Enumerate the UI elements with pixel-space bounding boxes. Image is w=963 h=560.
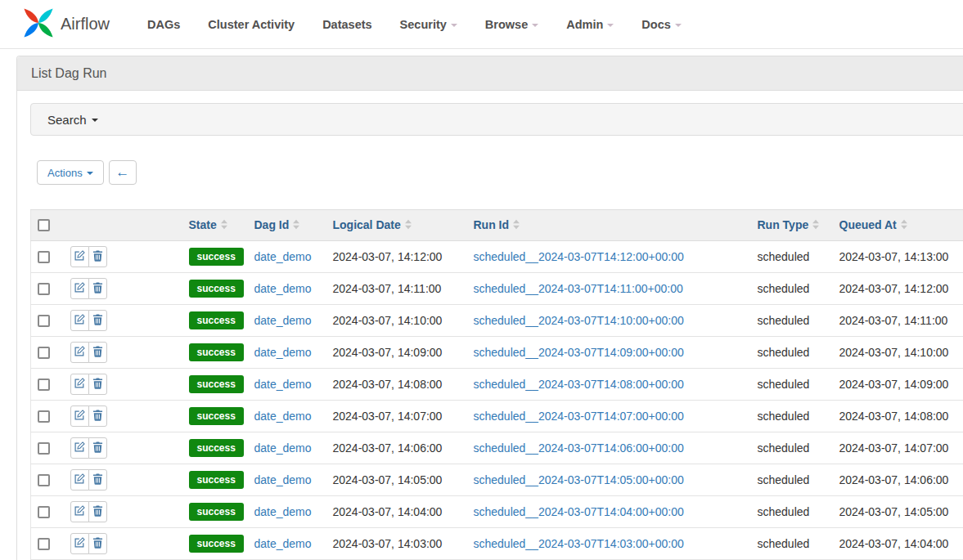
run-id-link[interactable]: scheduled__2024-03-07T14:03:00+00:00 bbox=[474, 537, 684, 550]
delete-button[interactable] bbox=[88, 501, 107, 522]
dag-id-link[interactable]: date_demo bbox=[254, 346, 312, 359]
dag-id-link[interactable]: date_demo bbox=[254, 250, 312, 263]
queued-at-value: 2024-03-07, 14:10:00 bbox=[839, 346, 949, 359]
top-navbar: Airflow DAGs Cluster Activity Datasets S… bbox=[0, 0, 963, 49]
back-button[interactable]: ← bbox=[109, 160, 137, 185]
edit-button[interactable] bbox=[70, 405, 89, 427]
row-run-type-cell: scheduled bbox=[751, 496, 833, 528]
airflow-brand[interactable]: Airflow bbox=[23, 7, 110, 42]
edit-icon bbox=[74, 378, 85, 392]
run-id-link[interactable]: scheduled__2024-03-07T14:09:00+00:00 bbox=[474, 346, 684, 359]
edit-button[interactable] bbox=[70, 246, 89, 267]
run-id-link[interactable]: scheduled__2024-03-07T14:04:00+00:00 bbox=[474, 505, 684, 518]
dag-id-link[interactable]: date_demo bbox=[254, 378, 312, 391]
run-id-link[interactable]: scheduled__2024-03-07T14:08:00+00:00 bbox=[474, 378, 684, 391]
nav-item-dags[interactable]: DAGs bbox=[147, 18, 180, 31]
col-header-run-type[interactable]: Run Type bbox=[751, 210, 833, 241]
queued-at-value: 2024-03-07, 14:06:00 bbox=[839, 473, 949, 486]
nav-item-cluster-activity[interactable]: Cluster Activity bbox=[208, 18, 295, 31]
nav-item-docs[interactable]: Docs bbox=[641, 18, 681, 31]
row-state-cell: success bbox=[182, 496, 248, 528]
edit-button[interactable] bbox=[70, 342, 89, 363]
dag-id-link[interactable]: date_demo bbox=[254, 473, 312, 486]
nav-item-datasets[interactable]: Datasets bbox=[322, 18, 371, 31]
delete-button[interactable] bbox=[88, 246, 107, 267]
row-queued-at-cell: 2024-03-07, 14:11:00 bbox=[833, 305, 963, 337]
row-checkbox[interactable] bbox=[38, 379, 50, 391]
row-run-id-cell: scheduled__2024-03-07T14:10:00+00:00 bbox=[467, 305, 751, 337]
run-id-link[interactable]: scheduled__2024-03-07T14:05:00+00:00 bbox=[474, 473, 684, 486]
row-checkbox[interactable] bbox=[38, 283, 50, 295]
row-state-cell: success bbox=[182, 241, 248, 273]
col-header-state[interactable]: State bbox=[182, 210, 248, 241]
row-checkbox[interactable] bbox=[38, 474, 50, 486]
row-run-id-cell: scheduled__2024-03-07T14:07:00+00:00 bbox=[467, 401, 751, 432]
edit-button[interactable] bbox=[70, 310, 89, 331]
edit-button[interactable] bbox=[70, 278, 89, 299]
sort-icon[interactable] bbox=[405, 219, 412, 232]
row-checkbox[interactable] bbox=[38, 506, 50, 518]
run-id-link[interactable]: scheduled__2024-03-07T14:10:00+00:00 bbox=[474, 314, 684, 327]
edit-button[interactable] bbox=[70, 374, 89, 395]
dag-id-link[interactable]: date_demo bbox=[254, 441, 312, 455]
actions-button[interactable]: Actions bbox=[37, 160, 104, 185]
sort-icon[interactable] bbox=[293, 219, 299, 232]
delete-button[interactable] bbox=[88, 533, 107, 554]
edit-button[interactable] bbox=[70, 533, 89, 554]
row-checkbox[interactable] bbox=[38, 315, 50, 327]
sort-icon[interactable] bbox=[812, 219, 819, 232]
col-header-queued-at[interactable]: Queued At bbox=[833, 210, 963, 241]
row-run-type-cell: scheduled bbox=[751, 337, 833, 369]
select-all-checkbox[interactable] bbox=[38, 219, 50, 231]
edit-button[interactable] bbox=[70, 501, 89, 522]
dag-id-link[interactable]: date_demo bbox=[254, 410, 312, 423]
dag-id-link[interactable]: date_demo bbox=[254, 537, 312, 550]
delete-button[interactable] bbox=[88, 310, 107, 331]
run-type-value: scheduled bbox=[758, 505, 810, 518]
row-checkbox[interactable] bbox=[38, 251, 50, 263]
sort-icon[interactable] bbox=[901, 219, 907, 232]
dag-id-link[interactable]: date_demo bbox=[254, 314, 312, 327]
delete-button[interactable] bbox=[88, 342, 107, 363]
run-id-link[interactable]: scheduled__2024-03-07T14:12:00+00:00 bbox=[474, 250, 684, 263]
row-state-cell: success bbox=[182, 401, 248, 432]
logical-date-value: 2024-03-07, 14:05:00 bbox=[333, 473, 443, 486]
row-checkbox[interactable] bbox=[38, 347, 50, 359]
dag-id-link[interactable]: date_demo bbox=[254, 282, 312, 295]
delete-button[interactable] bbox=[88, 437, 107, 459]
run-id-link[interactable]: scheduled__2024-03-07T14:07:00+00:00 bbox=[474, 410, 684, 423]
run-id-link[interactable]: scheduled__2024-03-07T14:06:00+00:00 bbox=[474, 441, 684, 455]
sort-icon[interactable] bbox=[513, 219, 520, 232]
row-run-type-cell: scheduled bbox=[751, 273, 833, 305]
delete-button[interactable] bbox=[88, 278, 107, 299]
edit-button[interactable] bbox=[70, 469, 89, 491]
row-checkbox[interactable] bbox=[38, 442, 50, 455]
table-row: success date_demo 2024-03-07, 14:04:00 s… bbox=[31, 496, 963, 528]
chevron-down-icon bbox=[675, 24, 682, 27]
row-run-type-cell: scheduled bbox=[751, 305, 833, 337]
delete-button[interactable] bbox=[88, 405, 107, 427]
row-queued-at-cell: 2024-03-07, 14:13:00 bbox=[833, 241, 963, 273]
nav-item-admin[interactable]: Admin bbox=[566, 18, 614, 31]
row-state-cell: success bbox=[182, 305, 248, 337]
dag-id-link[interactable]: date_demo bbox=[254, 505, 312, 518]
search-toggle[interactable]: Search bbox=[30, 103, 963, 136]
col-header-dag-id[interactable]: Dag Id bbox=[248, 210, 326, 241]
sort-icon[interactable] bbox=[221, 219, 227, 232]
queued-at-value: 2024-03-07, 14:12:00 bbox=[839, 282, 949, 295]
delete-button[interactable] bbox=[88, 469, 107, 491]
edit-button[interactable] bbox=[70, 437, 89, 459]
delete-button[interactable] bbox=[88, 374, 107, 395]
col-header-run-id[interactable]: Run Id bbox=[467, 210, 751, 241]
toolbar: Actions ← bbox=[37, 160, 963, 185]
queued-at-value: 2024-03-07, 14:09:00 bbox=[839, 378, 949, 391]
col-header-logical-date[interactable]: Logical Date bbox=[326, 210, 467, 241]
run-id-link[interactable]: scheduled__2024-03-07T14:11:00+00:00 bbox=[474, 282, 683, 295]
row-checkbox[interactable] bbox=[38, 538, 50, 550]
nav-item-browse[interactable]: Browse bbox=[485, 18, 538, 31]
nav-item-security[interactable]: Security bbox=[400, 18, 457, 31]
row-checkbox[interactable] bbox=[38, 410, 50, 423]
select-all-cell bbox=[31, 210, 64, 241]
panel-body: Search Actions ← State Dag I bbox=[17, 91, 963, 560]
row-state-cell: success bbox=[182, 432, 248, 464]
